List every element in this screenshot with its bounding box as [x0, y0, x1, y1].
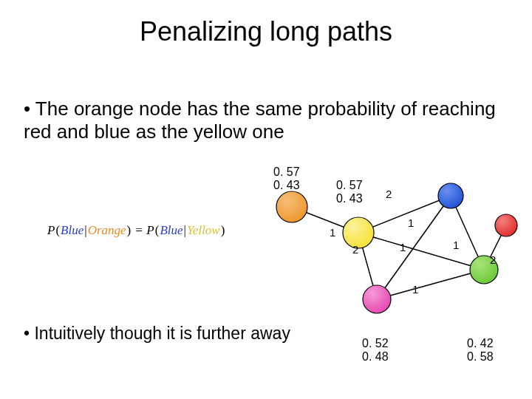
prob-green-top: 0. 42 — [467, 337, 494, 350]
prob-yellow-top: 0. 57 — [336, 179, 363, 192]
node-orange — [276, 191, 307, 222]
formula-close-2: ) — [220, 223, 226, 237]
bullet-primary: The orange node has the same probability… — [24, 98, 508, 143]
edge-label-green-red: 2 — [490, 253, 496, 266]
prob-orange-bot: 0. 43 — [273, 179, 300, 192]
prob-yellow-bot: 0. 43 — [336, 192, 363, 205]
edge-label-yellow-blue: 2 — [386, 188, 392, 200]
formula-p: P — [47, 223, 55, 237]
formula-open: ( — [55, 223, 61, 237]
edge-yellow-green — [358, 233, 484, 270]
edge-label-yellow-magenta: 2 — [352, 243, 358, 256]
node-red — [495, 214, 517, 236]
edge-label-magenta-blue: 1 — [400, 241, 406, 253]
edge-magenta-green — [377, 270, 484, 299]
node-magenta — [363, 285, 391, 313]
formula-orange: Orange — [88, 223, 126, 237]
edge-label-blue-green: 1 — [453, 239, 459, 251]
prob-magenta-top: 0. 52 — [362, 337, 389, 350]
formula-blue-1: Blue — [61, 223, 83, 237]
bullet-secondary: Intuitively though it is further away — [24, 324, 290, 344]
probability-formula: P(Blue|Orange) = P(Blue|Yellow) — [47, 223, 225, 238]
edge-label-orange-yellow: 1 — [330, 226, 335, 239]
formula-eq: = — [132, 223, 146, 237]
prob-magenta-bot: 0. 48 — [362, 350, 389, 364]
formula-yellow: Yellow — [187, 223, 220, 237]
prob-green: 0. 42 0. 58 — [467, 337, 494, 364]
prob-green-bot: 0. 58 — [467, 350, 494, 364]
edge-label-magenta-green: 1 — [412, 283, 418, 296]
prob-orange: 0. 57 0. 43 — [273, 166, 300, 193]
edge-label-yellow-green: 1 — [408, 216, 414, 229]
prob-orange-top: 0. 57 — [273, 166, 300, 179]
node-blue — [438, 183, 463, 208]
prob-yellow: 0. 57 0. 43 — [336, 179, 363, 206]
slide-title: Penalizing long paths — [0, 16, 532, 47]
formula-p-2: P — [146, 223, 154, 237]
formula-blue-2: Blue — [160, 223, 183, 237]
prob-magenta: 0. 52 0. 48 — [362, 337, 389, 364]
